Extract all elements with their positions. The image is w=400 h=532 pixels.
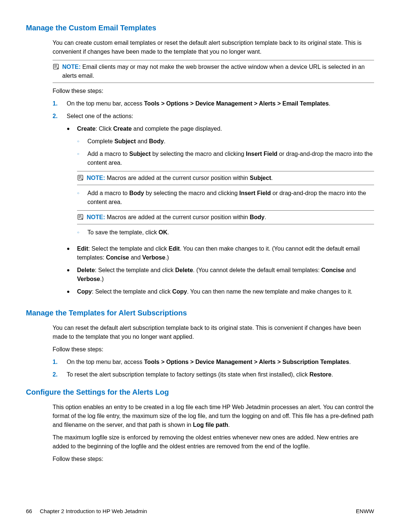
follow-steps: Follow these steps:	[53, 87, 374, 96]
note-box: NOTE: Macros are added at the current cu…	[77, 210, 374, 224]
note-label: NOTE:	[62, 64, 81, 70]
bullet-content: Copy: Select the template and click Copy…	[77, 287, 374, 296]
bullet-dot: ●	[67, 125, 70, 241]
note-box: NOTE: Macros are added at the current cu…	[77, 171, 374, 185]
step-content: Select one of the actions: ● Create: Cli…	[67, 112, 374, 300]
note-icon	[53, 63, 59, 70]
follow-steps: Follow these steps:	[53, 345, 374, 354]
chapter-label: Chapter 2 Introduction to HP Web Jetadmi…	[40, 508, 147, 514]
sub-content: Complete Subject and Body.	[87, 137, 374, 146]
bullet-content: Delete: Select the template and click De…	[77, 266, 374, 284]
step-content: On the top menu bar, access Tools > Opti…	[67, 358, 374, 367]
intro-text: You can create custom email templates or…	[53, 39, 374, 56]
paragraph: This option enables an entry to be creat…	[53, 403, 374, 429]
note-text: Macros are added at the current cursor p…	[107, 214, 266, 220]
step-content: To reset the alert subscription template…	[67, 370, 374, 379]
heading-configure-alerts-log: Configure the Settings for the Alerts Lo…	[26, 387, 374, 398]
paragraph: The maximum logfile size is enforced by …	[53, 433, 374, 451]
sub-content: To save the template, click OK.	[87, 228, 374, 237]
bullet-dot: ●	[67, 245, 70, 262]
circle-bullet: ○	[77, 138, 81, 146]
bullet-dot: ●	[67, 288, 70, 296]
bullet-dot: ●	[67, 266, 70, 284]
sub-content: Add a macro to Subject by selecting the …	[87, 150, 374, 167]
bullet-content: Create: Click Create and complete the pa…	[77, 124, 374, 241]
step-number: 1.	[53, 99, 60, 108]
note-label: NOTE:	[87, 214, 105, 220]
sub-content: Add a macro to Body by selecting the mac…	[87, 189, 374, 207]
footer-right: ENWW	[356, 507, 374, 516]
note-text: Email clients may or may not make the we…	[62, 64, 365, 79]
note-box: NOTE: Email clients may or may not make …	[53, 60, 374, 83]
note-icon	[77, 174, 84, 181]
heading-manage-alert-subs: Manage the Templates for Alert Subscript…	[26, 307, 374, 318]
heading-manage-custom-email: Manage the Custom Email Templates	[26, 22, 374, 33]
circle-bullet: ○	[77, 151, 81, 167]
circle-bullet: ○	[77, 230, 81, 237]
note-label: NOTE:	[87, 175, 105, 181]
note-icon	[77, 214, 84, 220]
bullet-content: Edit: Select the template and click Edit…	[77, 244, 374, 262]
step-number: 2.	[53, 112, 60, 300]
follow-steps: Follow these steps:	[53, 455, 374, 464]
intro-text: You can reset the default alert subscrip…	[53, 324, 374, 341]
step-content: On the top menu bar, access Tools > Opti…	[67, 99, 374, 108]
note-text: Macros are added at the current cursor p…	[107, 175, 273, 181]
page-footer: 66 Chapter 2 Introduction to HP Web Jeta…	[26, 507, 374, 516]
step-number: 1.	[53, 358, 60, 367]
page-number: 66	[26, 508, 32, 514]
step-number: 2.	[53, 370, 60, 379]
circle-bullet: ○	[77, 190, 81, 207]
